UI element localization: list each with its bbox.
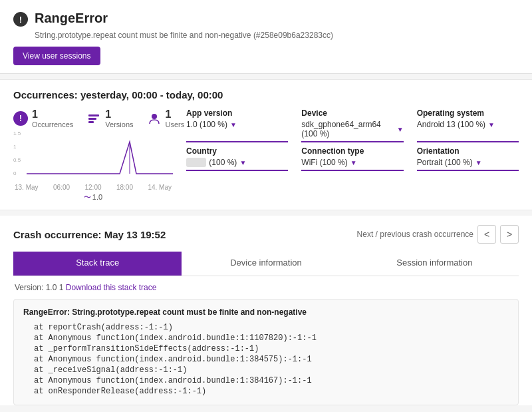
error-title: RangeError	[35, 11, 108, 26]
stack-line: Anonymous function(index.android.bundle:…	[23, 354, 509, 365]
filter-country: Country (100 %) ▼	[186, 146, 288, 171]
error-header: ! RangeError	[13, 11, 519, 27]
funnel-icon[interactable]: ▼	[397, 126, 404, 133]
stack-trace-box: RangeError: String.prototype.repeat coun…	[13, 299, 519, 405]
error-icon: !	[13, 12, 28, 27]
stack-line: reportCrash(address:-1:-1)	[23, 322, 509, 333]
chart-legend: 1.0	[13, 192, 173, 202]
versions-stat: 1 Versions	[86, 108, 133, 128]
chart-svg: 1.5 1 0.5 0	[13, 128, 173, 182]
versions-label: Versions	[105, 120, 133, 128]
filter-device: Device sdk_gphone64_arm64 (100 %) ▼	[301, 108, 403, 142]
users-icon	[147, 111, 162, 126]
filter-os: Operating system Android 13 (100 %) ▼	[417, 108, 519, 142]
svg-text:0: 0	[13, 170, 17, 176]
stack-line: _performTransitionSideEffects(address:-1…	[23, 343, 509, 354]
occurrences-icon: !	[13, 111, 28, 126]
occurrences-count: 1	[32, 108, 73, 120]
view-sessions-button[interactable]: View user sessions	[13, 47, 100, 65]
users-count: 1	[166, 108, 185, 120]
svg-rect-1	[88, 118, 96, 120]
chart-area: 1.5 1 0.5 0 13. May 06:00 12:00 18:00 14…	[13, 128, 173, 195]
svg-rect-2	[88, 121, 94, 123]
stack-line: _receiveSignal(address:-1:-1)	[23, 365, 509, 375]
svg-rect-0	[88, 114, 99, 116]
download-stack-trace-link[interactable]: Download this stack trace	[66, 283, 157, 292]
funnel-icon[interactable]: ▼	[350, 159, 357, 166]
version-line: Version: 1.0 1 Download this stack trace	[13, 283, 519, 292]
versions-count: 1	[105, 108, 133, 120]
svg-text:1: 1	[13, 144, 17, 150]
funnel-icon[interactable]: ▼	[239, 159, 246, 166]
error-subtitle: String.prototype.repeat count must be fi…	[35, 31, 519, 40]
filter-app-version: App version 1.0 (100 %) ▼	[186, 108, 288, 142]
tab-device-information[interactable]: Device information	[182, 252, 350, 276]
next-crash-button[interactable]: >	[500, 225, 519, 244]
occurrences-title: Occurrences: yesterday, 00:00 - today, 0…	[13, 89, 519, 101]
funnel-icon[interactable]: ▼	[488, 121, 495, 128]
filter-orientation: Orientation Portrait (100 %) ▼	[417, 146, 519, 171]
prev-crash-button[interactable]: <	[477, 225, 496, 244]
users-stat: 1 Users	[147, 108, 185, 128]
funnel-icon[interactable]: ▼	[475, 159, 482, 166]
stats-row: ! 1 Occurrences	[13, 108, 166, 128]
crash-header: Crash occurrence: May 13 19:52 Next / pr…	[13, 225, 519, 244]
stack-line: Anonymous function(index.android.bundle:…	[23, 375, 509, 386]
country-tag	[186, 158, 206, 167]
stack-error-message: RangeError: String.prototype.repeat coun…	[23, 308, 509, 317]
filter-connection: Connection type WiFi (100 %) ▼	[301, 146, 403, 171]
crash-title: Crash occurrence: May 13 19:52	[13, 229, 166, 240]
error-section: ! RangeError String.prototype.repeat cou…	[0, 0, 532, 74]
nav-buttons: Next / previous crash occurrence < >	[357, 225, 519, 244]
crash-section: Crash occurrence: May 13 19:52 Next / pr…	[0, 216, 532, 405]
svg-point-3	[152, 114, 157, 119]
nav-label: Next / previous crash occurrence	[357, 230, 473, 239]
versions-icon	[86, 111, 101, 126]
svg-text:1.5: 1.5	[13, 130, 21, 136]
occurrences-stat: ! 1 Occurrences	[13, 108, 73, 128]
stack-line: Anonymous function(index.android.bundle:…	[23, 333, 509, 343]
svg-text:0.5: 0.5	[13, 157, 21, 163]
filters-grid: App version 1.0 (100 %) ▼ Device sdk_gph…	[186, 108, 519, 171]
users-label: Users	[166, 120, 185, 128]
stack-line: onResponderRelease(address:-1:-1)	[23, 386, 509, 397]
tab-session-information[interactable]: Session information	[350, 252, 519, 276]
crash-tabs: Stack trace Device information Session i…	[13, 252, 519, 276]
tab-stack-trace[interactable]: Stack trace	[13, 252, 182, 276]
stats-filters-row: ! 1 Occurrences	[13, 108, 519, 195]
chart-wrapper: ! 1 Occurrences	[13, 108, 173, 195]
occurrences-section: Occurrences: yesterday, 00:00 - today, 0…	[0, 79, 532, 210]
funnel-icon[interactable]: ▼	[230, 121, 237, 128]
occurrences-label: Occurrences	[32, 120, 73, 128]
chart-x-labels: 13. May 06:00 12:00 18:00 14. May	[13, 184, 173, 191]
